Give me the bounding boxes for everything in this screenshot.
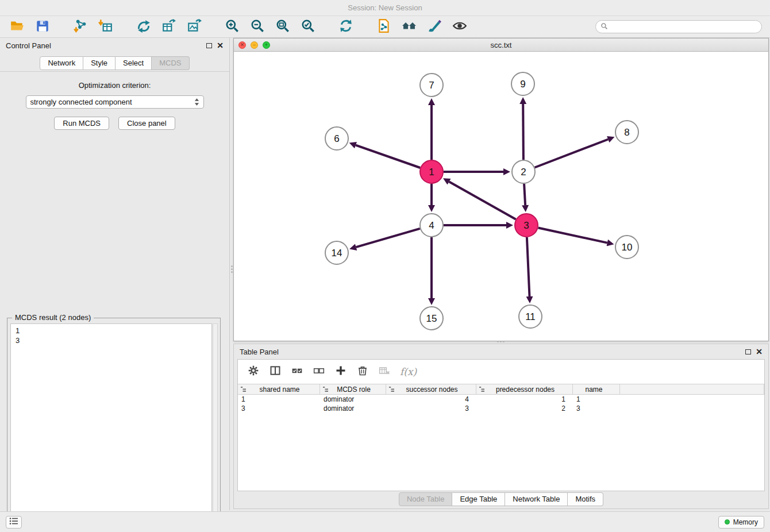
import-network-icon — [73, 18, 88, 36]
table-header-row: shared name MCDS role successor nodes pr… — [238, 384, 764, 395]
network-document-button[interactable] — [375, 18, 393, 36]
zoom-in-button[interactable] — [223, 18, 241, 36]
graph-node-label: 2 — [521, 167, 526, 178]
table-cell[interactable]: dominator — [320, 395, 386, 403]
graph-edge-3-1[interactable] — [449, 182, 516, 219]
graph-node-11[interactable]: 11 — [519, 305, 542, 328]
network-window-titlebar[interactable]: scc.txt ✕ − + — [234, 38, 768, 52]
close-table-panel-icon[interactable]: ✕ — [756, 349, 763, 354]
graph-node-15[interactable]: 15 — [420, 307, 443, 330]
table-cell[interactable]: 3 — [238, 404, 320, 413]
float-table-panel-icon[interactable] — [745, 349, 751, 354]
tab-network[interactable]: Network — [40, 56, 83, 70]
zoom-out-button[interactable] — [248, 18, 267, 36]
delete-table-button[interactable] — [376, 364, 393, 380]
open-folder-icon — [10, 18, 25, 36]
tab-node-table[interactable]: Node Table — [399, 492, 453, 506]
network-canvas[interactable]: 7968124314101511 — [234, 52, 768, 341]
grid-delete-icon — [379, 365, 390, 379]
float-window-icon[interactable] — [206, 43, 212, 48]
graph-edge-1-6[interactable] — [356, 145, 420, 168]
graph-edge-2-8[interactable] — [535, 140, 609, 168]
graph-node-2[interactable]: 2 — [512, 160, 535, 183]
import-table-button[interactable] — [97, 18, 115, 36]
import-table-icon — [98, 18, 113, 36]
function-builder-button[interactable]: f(x) — [400, 366, 417, 377]
column-header-shared-name[interactable]: shared name — [238, 384, 320, 394]
graph-node-14[interactable]: 14 — [325, 241, 348, 264]
show-columns-button[interactable] — [267, 364, 284, 380]
delete-column-button[interactable] — [354, 364, 371, 380]
column-header-predecessor-nodes[interactable]: predecessor nodes — [476, 384, 573, 394]
open-session-button[interactable] — [8, 18, 26, 36]
table-cell[interactable]: 2 — [476, 404, 573, 413]
mcds-result-text[interactable]: 1 3 — [10, 323, 212, 532]
two-homes-button[interactable] — [400, 18, 418, 36]
tab-select[interactable]: Select — [116, 56, 152, 70]
create-column-button[interactable] — [332, 364, 349, 380]
table-settings-button[interactable] — [245, 364, 262, 380]
criterion-dropdown[interactable]: strongly connected component — [26, 95, 204, 109]
table-cell[interactable]: 3 — [573, 404, 620, 413]
table-cell[interactable]: 1 — [573, 395, 620, 403]
table-panel: Table Panel ✕ f(x) shared name MCDS role… — [233, 344, 769, 509]
search-box[interactable] — [595, 20, 762, 33]
table-cell[interactable]: 3 — [386, 404, 476, 413]
graph-edge-2-9[interactable] — [523, 104, 523, 160]
table-row[interactable]: 1dominator411 — [238, 395, 764, 404]
graph-edge-3-11[interactable] — [527, 237, 530, 296]
export-table-button[interactable] — [160, 18, 178, 36]
search-input[interactable] — [611, 23, 757, 31]
graph-node-6[interactable]: 6 — [325, 127, 348, 150]
table-toolbar: f(x) — [238, 360, 764, 384]
select-all-columns-button[interactable] — [288, 364, 306, 380]
sort-icon — [479, 386, 485, 392]
task-history-button[interactable] — [6, 516, 22, 529]
result-scrollbar[interactable] — [213, 323, 218, 532]
table-cell[interactable]: 1 — [238, 395, 320, 403]
horizontal-splitter[interactable] — [493, 340, 508, 343]
graph-edge-3-10[interactable] — [538, 228, 607, 243]
style-brush-button[interactable] — [425, 18, 444, 36]
export-image-button[interactable] — [185, 18, 203, 36]
show-hide-button[interactable] — [451, 18, 469, 36]
graph-node-8[interactable]: 8 — [615, 121, 638, 144]
tab-mcds[interactable]: MCDS — [152, 56, 189, 70]
save-floppy-icon — [35, 18, 50, 36]
table-cell[interactable]: dominator — [320, 404, 386, 413]
export-network-button[interactable] — [134, 18, 153, 36]
table-row[interactable]: 3dominator323 — [238, 404, 764, 413]
graph-node-3[interactable]: 3 — [515, 214, 538, 237]
network-graph[interactable]: 7968124314101511 — [234, 52, 768, 341]
tab-style[interactable]: Style — [83, 56, 116, 70]
image-arrow-icon — [187, 18, 202, 36]
table-arrow-icon — [161, 18, 176, 36]
graph-edge-4-14[interactable] — [356, 229, 420, 247]
memory-button[interactable]: Memory — [718, 516, 764, 529]
run-mcds-button[interactable]: Run MCDS — [54, 117, 109, 130]
criterion-dropdown-value: strongly connected component — [30, 98, 194, 106]
zoom-selected-button[interactable] — [299, 18, 317, 36]
tab-network-table[interactable]: Network Table — [505, 492, 568, 506]
import-network-button[interactable] — [71, 18, 90, 36]
zoom-fit-button[interactable] — [274, 18, 292, 36]
refresh-button[interactable] — [337, 18, 355, 36]
close-panel-icon[interactable]: ✕ — [217, 43, 224, 48]
deselect-all-columns-button[interactable] — [310, 364, 328, 380]
graph-node-7[interactable]: 7 — [420, 74, 443, 97]
graph-node-9[interactable]: 9 — [511, 72, 534, 95]
graph-node-4[interactable]: 4 — [420, 214, 443, 237]
table-cell[interactable]: 1 — [476, 395, 573, 403]
column-header-mcds-role[interactable]: MCDS role — [320, 384, 386, 394]
table-cell[interactable]: 4 — [386, 395, 476, 403]
tab-edge-table[interactable]: Edge Table — [452, 492, 505, 506]
control-panel-title: Control Panel — [6, 41, 51, 50]
graph-node-1[interactable]: 1 — [420, 160, 443, 183]
tab-motifs[interactable]: Motifs — [568, 492, 603, 506]
close-panel-button[interactable]: Close panel — [118, 117, 175, 130]
save-session-button[interactable] — [33, 18, 52, 36]
graph-edge-2-3[interactable] — [524, 184, 525, 205]
column-header-name[interactable]: name — [573, 384, 620, 394]
column-header-successor-nodes[interactable]: successor nodes — [386, 384, 476, 394]
graph-node-10[interactable]: 10 — [615, 236, 638, 259]
